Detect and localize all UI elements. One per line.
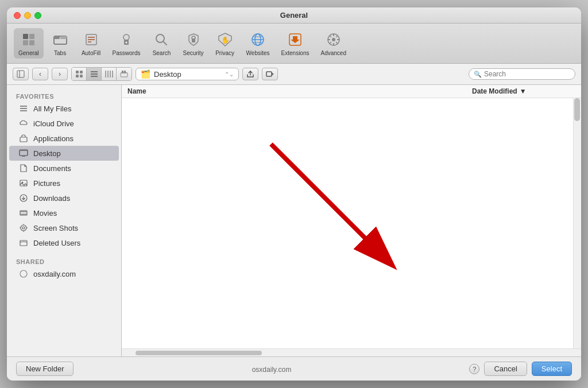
new-folder-button[interactable]: New Folder: [16, 362, 74, 376]
svg-rect-60: [20, 150, 28, 151]
svg-line-31: [330, 36, 331, 37]
toolbar-item-security[interactable]: Security: [178, 28, 208, 59]
shared-header: Shared: [7, 255, 121, 266]
bottom-right: ? Cancel Select: [469, 362, 572, 376]
sidebar-toggle-button[interactable]: [13, 68, 29, 80]
search-toolbar-icon: [152, 30, 171, 49]
close-button[interactable]: [14, 12, 21, 19]
advanced-label: Advanced: [320, 50, 346, 56]
toolbar-item-tabs[interactable]: Tabs: [46, 28, 75, 59]
help-button[interactable]: ?: [469, 364, 479, 374]
toolbar-item-privacy[interactable]: ✋ Privacy: [211, 28, 239, 59]
toolbar-item-search[interactable]: Search: [147, 28, 176, 59]
toolbar-item-extensions[interactable]: Extensions: [277, 28, 314, 59]
cancel-button[interactable]: Cancel: [484, 362, 527, 376]
sidebar-label-all-my-files: All My Files: [33, 104, 71, 113]
vertical-scrollbar[interactable]: [573, 98, 581, 348]
general-icon: [20, 30, 38, 49]
sidebar-item-screenshots[interactable]: Screen Shots: [9, 220, 119, 235]
svg-rect-2: [23, 40, 28, 45]
svg-rect-40: [80, 75, 83, 77]
sidebar-item-icloud-drive[interactable]: iCloud Drive: [9, 116, 119, 131]
movies-icon: [18, 208, 29, 218]
applications-icon: [18, 133, 29, 143]
deleted-users-icon: [18, 238, 29, 248]
main-window: General General: [7, 7, 581, 381]
traffic-lights: [14, 12, 41, 19]
sort-arrow-icon: ▼: [520, 87, 527, 95]
back-button[interactable]: ‹: [32, 68, 48, 80]
extensions-icon: [286, 30, 304, 49]
list-view-button[interactable]: [87, 68, 102, 80]
toolbar-item-autofill[interactable]: AutoFill: [77, 28, 106, 59]
svg-text:✋: ✋: [220, 36, 229, 44]
toolbar-item-advanced[interactable]: Advanced: [316, 28, 350, 59]
svg-rect-37: [76, 71, 79, 73]
toolbar-item-websites[interactable]: Websites: [242, 28, 274, 59]
scrollbar-thumb[interactable]: [574, 98, 580, 121]
svg-line-32: [336, 42, 338, 44]
icloud-drive-icon: [18, 118, 29, 129]
websites-icon: [249, 30, 267, 49]
svg-rect-81: [20, 240, 27, 246]
svg-point-75: [21, 225, 26, 231]
icon-view-button[interactable]: [72, 68, 87, 80]
svg-rect-1: [29, 34, 34, 39]
select-button[interactable]: Select: [532, 362, 572, 376]
location-picker[interactable]: 🗂️ Desktop ⌃⌄: [136, 68, 239, 80]
svg-rect-5: [54, 36, 60, 39]
sidebar-label-documents: Documents: [33, 164, 71, 173]
sidebar-item-deleted-users[interactable]: Deleted Users: [9, 235, 119, 250]
security-icon: [184, 30, 203, 49]
websites-label: Websites: [246, 50, 270, 56]
h-scrollbar-thumb[interactable]: [136, 351, 262, 355]
svg-line-33: [336, 36, 338, 37]
svg-line-15: [163, 41, 167, 45]
sidebar-item-applications[interactable]: Applications: [9, 131, 119, 146]
svg-rect-35: [17, 71, 24, 77]
favorites-header: Favorites: [7, 90, 121, 101]
sidebar-label-downloads: Downloads: [33, 194, 70, 203]
security-label: Security: [183, 50, 203, 56]
bottom-left: New Folder: [16, 362, 74, 376]
svg-point-26: [332, 38, 335, 41]
sidebar-item-desktop[interactable]: Desktop: [9, 146, 119, 161]
sidebar-item-pictures[interactable]: Pictures: [9, 176, 119, 191]
sidebar-item-all-my-files[interactable]: All My Files: [9, 101, 119, 116]
passwords-icon: [117, 30, 136, 49]
horizontal-scrollbar[interactable]: [122, 348, 581, 356]
maximize-button[interactable]: [34, 12, 41, 19]
column-view-button[interactable]: [102, 68, 117, 80]
screenshots-icon: [18, 223, 29, 233]
sidebar-item-osxdaily[interactable]: osxdaily.com: [9, 266, 119, 281]
documents-icon: [18, 163, 29, 173]
gallery-view-button[interactable]: [117, 68, 131, 80]
nav-bar: ‹ ›: [7, 64, 581, 85]
forward-button[interactable]: ›: [52, 68, 68, 80]
share-button[interactable]: [242, 68, 258, 80]
minimize-button[interactable]: [24, 12, 31, 19]
sidebar-item-downloads[interactable]: Downloads: [9, 191, 119, 205]
pictures-icon: [18, 178, 29, 188]
svg-rect-0: [23, 34, 28, 39]
sidebar-label-deleted-users: Deleted Users: [33, 239, 80, 247]
sidebar-label-applications: Applications: [33, 134, 74, 143]
svg-rect-52: [266, 72, 272, 76]
sidebar-label-osxdaily: osxdaily.com: [33, 270, 76, 278]
window-title: General: [280, 11, 308, 20]
svg-line-84: [271, 144, 374, 247]
osxdaily-icon: [18, 269, 29, 279]
toolbar-item-passwords[interactable]: Passwords: [108, 28, 145, 59]
sidebar-item-movies[interactable]: Movies: [9, 205, 119, 220]
tag-button[interactable]: [262, 68, 278, 80]
toolbar: General Tabs Auto: [7, 24, 581, 64]
sidebar-item-documents[interactable]: Documents: [9, 161, 119, 176]
website-label: osxdaily.com: [252, 366, 291, 374]
search-bar[interactable]: 🔍: [469, 68, 575, 80]
search-input[interactable]: [484, 70, 570, 78]
svg-point-11: [123, 34, 129, 40]
toolbar-item-general[interactable]: General: [14, 28, 44, 59]
view-options: [71, 67, 132, 81]
autofill-label: AutoFill: [82, 50, 100, 56]
sidebar-label-pictures: Pictures: [33, 179, 60, 188]
